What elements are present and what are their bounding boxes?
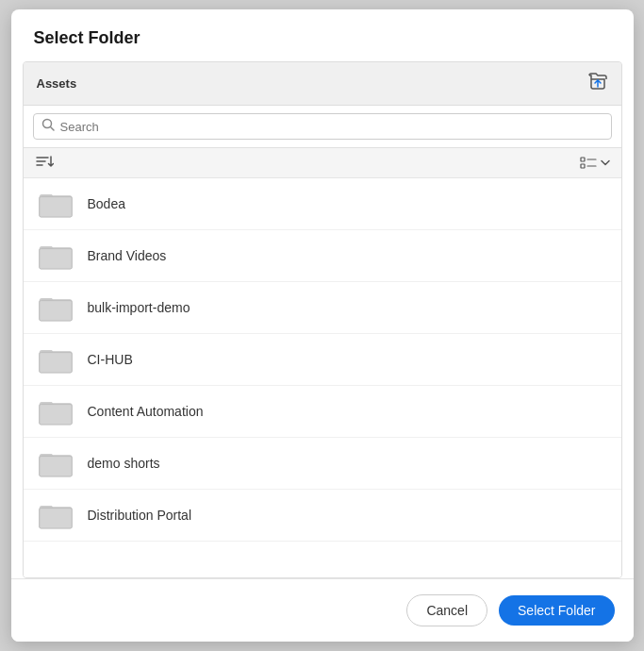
folder-item[interactable]: demo shorts [24, 438, 621, 490]
folder-list: Bodea Brand Videos bulk-import-demo [24, 178, 621, 577]
folder-icon [39, 345, 73, 374]
folder-item[interactable]: Bodea [24, 178, 621, 230]
dialog-overlay: Select Folder Assets [0, 0, 644, 651]
dialog-footer: Cancel Select Folder [11, 578, 634, 642]
folder-item[interactable]: CI-HUB [24, 334, 621, 386]
view-controls[interactable] [580, 157, 610, 170]
search-input[interactable] [60, 120, 603, 134]
assets-panel: Assets [23, 61, 622, 578]
search-icon [41, 118, 55, 135]
svg-rect-19 [39, 405, 71, 425]
svg-rect-17 [39, 353, 71, 373]
folder-name: demo shorts [88, 456, 160, 471]
folder-icon [39, 397, 73, 426]
select-folder-dialog: Select Folder Assets [11, 9, 634, 642]
panel-header: Assets [24, 62, 621, 106]
folder-item[interactable]: bulk-import-demo [24, 282, 621, 334]
svg-rect-11 [39, 197, 71, 217]
cancel-button[interactable]: Cancel [406, 594, 487, 626]
folder-icon [39, 293, 73, 322]
svg-rect-6 [581, 158, 585, 161]
folder-name: Content Automation [88, 404, 204, 419]
folder-icon [39, 501, 73, 529]
folder-name: bulk-import-demo [88, 300, 190, 315]
folder-name: Distribution Portal [88, 508, 192, 523]
dialog-title: Select Folder [11, 9, 634, 61]
folder-name: Bodea [88, 196, 125, 211]
svg-rect-13 [39, 249, 71, 269]
toolbar [24, 148, 621, 178]
svg-rect-21 [39, 457, 71, 476]
folder-icon [39, 190, 73, 218]
search-bar [24, 106, 621, 148]
folder-upload-icon[interactable] [587, 72, 608, 95]
panel-header-label: Assets [37, 76, 77, 91]
select-folder-button[interactable]: Select Folder [499, 595, 614, 626]
folder-item[interactable]: Content Automation [24, 386, 621, 438]
folder-item[interactable]: Distribution Portal [24, 490, 621, 542]
svg-line-2 [50, 127, 54, 131]
svg-rect-23 [39, 509, 71, 528]
folder-icon [39, 242, 73, 270]
folder-name: CI-HUB [88, 352, 133, 367]
sort-icon[interactable] [35, 154, 54, 172]
folder-icon [39, 449, 73, 477]
svg-rect-15 [39, 301, 71, 321]
svg-rect-7 [581, 164, 585, 168]
folder-item[interactable]: Brand Videos [24, 230, 621, 282]
search-input-wrapper [33, 113, 612, 140]
folder-name: Brand Videos [88, 248, 167, 263]
